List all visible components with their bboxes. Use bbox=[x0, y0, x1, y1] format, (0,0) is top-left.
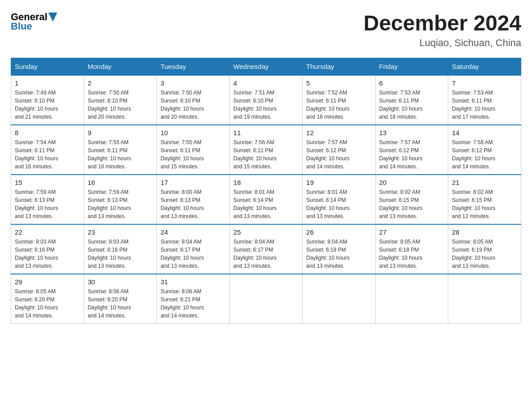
calendar-cell: 29 Sunrise: 8:05 AM Sunset: 6:20 PM Dayl… bbox=[11, 274, 84, 324]
week-row-3: 15 Sunrise: 7:59 AM Sunset: 6:13 PM Dayl… bbox=[11, 175, 521, 224]
calendar-cell: 5 Sunrise: 7:52 AM Sunset: 6:11 PM Dayli… bbox=[302, 75, 375, 125]
day-number: 26 bbox=[306, 228, 372, 236]
day-info: Sunrise: 7:53 AM Sunset: 6:11 PM Dayligh… bbox=[452, 89, 517, 121]
calendar-cell: 6 Sunrise: 7:53 AM Sunset: 6:11 PM Dayli… bbox=[375, 75, 448, 125]
day-info: Sunrise: 8:01 AM Sunset: 6:14 PM Dayligh… bbox=[306, 188, 372, 220]
day-info: Sunrise: 8:06 AM Sunset: 6:21 PM Dayligh… bbox=[160, 287, 226, 320]
calendar-cell bbox=[302, 274, 375, 324]
calendar-cell: 14 Sunrise: 7:58 AM Sunset: 6:12 PM Dayl… bbox=[448, 125, 521, 175]
calendar-subtitle: Luqiao, Sichuan, China bbox=[364, 37, 521, 49]
calendar-cell: 18 Sunrise: 8:01 AM Sunset: 6:14 PM Dayl… bbox=[230, 175, 303, 224]
column-header-tuesday: Tuesday bbox=[157, 58, 230, 76]
calendar-cell: 17 Sunrise: 8:00 AM Sunset: 6:13 PM Dayl… bbox=[157, 175, 230, 224]
day-info: Sunrise: 7:50 AM Sunset: 6:10 PM Dayligh… bbox=[88, 89, 153, 121]
calendar-cell: 1 Sunrise: 7:49 AM Sunset: 6:10 PM Dayli… bbox=[11, 75, 84, 125]
calendar-cell: 25 Sunrise: 8:04 AM Sunset: 6:17 PM Dayl… bbox=[230, 224, 303, 274]
day-info: Sunrise: 8:00 AM Sunset: 6:13 PM Dayligh… bbox=[160, 188, 226, 220]
day-info: Sunrise: 8:02 AM Sunset: 6:15 PM Dayligh… bbox=[379, 188, 445, 220]
calendar-cell bbox=[375, 274, 448, 324]
day-info: Sunrise: 7:57 AM Sunset: 6:12 PM Dayligh… bbox=[379, 138, 445, 171]
day-info: Sunrise: 7:54 AM Sunset: 6:11 PM Dayligh… bbox=[15, 138, 80, 171]
day-number: 15 bbox=[15, 179, 80, 186]
day-number: 21 bbox=[452, 179, 517, 186]
day-number: 12 bbox=[306, 129, 372, 137]
day-number: 25 bbox=[233, 228, 299, 236]
column-header-saturday: Saturday bbox=[448, 58, 521, 76]
day-info: Sunrise: 7:57 AM Sunset: 6:12 PM Dayligh… bbox=[306, 138, 372, 171]
day-number: 23 bbox=[88, 228, 153, 236]
column-header-sunday: Sunday bbox=[11, 58, 84, 76]
day-info: Sunrise: 8:04 AM Sunset: 6:17 PM Dayligh… bbox=[160, 238, 226, 270]
calendar-cell: 15 Sunrise: 7:59 AM Sunset: 6:13 PM Dayl… bbox=[11, 175, 84, 224]
calendar-cell: 2 Sunrise: 7:50 AM Sunset: 6:10 PM Dayli… bbox=[84, 75, 157, 125]
calendar-cell: 21 Sunrise: 8:02 AM Sunset: 6:15 PM Dayl… bbox=[448, 175, 521, 224]
calendar-cell: 11 Sunrise: 7:56 AM Sunset: 6:11 PM Dayl… bbox=[230, 125, 303, 175]
day-number: 6 bbox=[379, 79, 445, 87]
day-number: 13 bbox=[379, 129, 445, 137]
day-info: Sunrise: 8:01 AM Sunset: 6:14 PM Dayligh… bbox=[233, 188, 299, 220]
column-header-thursday: Thursday bbox=[302, 58, 375, 76]
calendar-cell: 31 Sunrise: 8:06 AM Sunset: 6:21 PM Dayl… bbox=[157, 274, 230, 324]
day-number: 5 bbox=[306, 79, 372, 87]
calendar-cell: 16 Sunrise: 7:59 AM Sunset: 6:13 PM Dayl… bbox=[84, 175, 157, 224]
calendar-cell: 28 Sunrise: 8:05 AM Sunset: 6:19 PM Dayl… bbox=[448, 224, 521, 274]
day-number: 31 bbox=[160, 278, 226, 286]
day-info: Sunrise: 7:50 AM Sunset: 6:10 PM Dayligh… bbox=[160, 89, 226, 121]
day-info: Sunrise: 7:51 AM Sunset: 6:10 PM Dayligh… bbox=[233, 89, 299, 121]
calendar-cell: 12 Sunrise: 7:57 AM Sunset: 6:12 PM Dayl… bbox=[302, 125, 375, 175]
day-info: Sunrise: 8:05 AM Sunset: 6:19 PM Dayligh… bbox=[452, 238, 517, 270]
column-header-friday: Friday bbox=[375, 58, 448, 76]
calendar-cell: 22 Sunrise: 8:03 AM Sunset: 6:16 PM Dayl… bbox=[11, 224, 84, 274]
week-row-2: 8 Sunrise: 7:54 AM Sunset: 6:11 PM Dayli… bbox=[11, 125, 521, 175]
day-info: Sunrise: 8:04 AM Sunset: 6:18 PM Dayligh… bbox=[306, 238, 372, 270]
day-info: Sunrise: 7:59 AM Sunset: 6:13 PM Dayligh… bbox=[88, 188, 153, 220]
day-info: Sunrise: 8:04 AM Sunset: 6:17 PM Dayligh… bbox=[233, 238, 299, 270]
day-number: 27 bbox=[379, 228, 445, 236]
logo-triangle-icon bbox=[48, 13, 57, 21]
day-number: 7 bbox=[452, 79, 517, 87]
day-number: 1 bbox=[15, 79, 80, 87]
day-number: 19 bbox=[306, 179, 372, 186]
calendar-cell: 13 Sunrise: 7:57 AM Sunset: 6:12 PM Dayl… bbox=[375, 125, 448, 175]
week-row-4: 22 Sunrise: 8:03 AM Sunset: 6:16 PM Dayl… bbox=[11, 224, 521, 274]
calendar-cell: 3 Sunrise: 7:50 AM Sunset: 6:10 PM Dayli… bbox=[157, 75, 230, 125]
day-number: 8 bbox=[15, 129, 80, 137]
day-number: 2 bbox=[88, 79, 153, 87]
day-number: 24 bbox=[160, 228, 226, 236]
day-info: Sunrise: 7:53 AM Sunset: 6:11 PM Dayligh… bbox=[379, 89, 445, 121]
day-number: 29 bbox=[15, 278, 80, 286]
calendar-cell: 9 Sunrise: 7:55 AM Sunset: 6:11 PM Dayli… bbox=[84, 125, 157, 175]
calendar-cell: 24 Sunrise: 8:04 AM Sunset: 6:17 PM Dayl… bbox=[157, 224, 230, 274]
day-info: Sunrise: 8:05 AM Sunset: 6:18 PM Dayligh… bbox=[379, 238, 445, 270]
day-info: Sunrise: 8:03 AM Sunset: 6:16 PM Dayligh… bbox=[88, 238, 153, 270]
calendar-cell bbox=[230, 274, 303, 324]
day-info: Sunrise: 7:58 AM Sunset: 6:12 PM Dayligh… bbox=[452, 138, 517, 171]
day-number: 14 bbox=[452, 129, 517, 137]
calendar-cell: 4 Sunrise: 7:51 AM Sunset: 6:10 PM Dayli… bbox=[230, 75, 303, 125]
day-info: Sunrise: 7:49 AM Sunset: 6:10 PM Dayligh… bbox=[15, 89, 80, 121]
day-info: Sunrise: 7:56 AM Sunset: 6:11 PM Dayligh… bbox=[233, 138, 299, 171]
day-info: Sunrise: 7:55 AM Sunset: 6:11 PM Dayligh… bbox=[160, 138, 226, 171]
logo-blue: Blue bbox=[11, 21, 32, 32]
day-number: 10 bbox=[160, 129, 226, 137]
day-info: Sunrise: 7:59 AM Sunset: 6:13 PM Dayligh… bbox=[15, 188, 80, 220]
day-number: 20 bbox=[379, 179, 445, 186]
calendar-cell: 23 Sunrise: 8:03 AM Sunset: 6:16 PM Dayl… bbox=[84, 224, 157, 274]
calendar-table: SundayMondayTuesdayWednesdayThursdayFrid… bbox=[11, 58, 521, 324]
logo: General Blue bbox=[11, 11, 57, 32]
day-info: Sunrise: 8:02 AM Sunset: 6:15 PM Dayligh… bbox=[452, 188, 517, 220]
day-number: 9 bbox=[88, 129, 153, 137]
day-info: Sunrise: 7:55 AM Sunset: 6:11 PM Dayligh… bbox=[88, 138, 153, 171]
calendar-cell: 7 Sunrise: 7:53 AM Sunset: 6:11 PM Dayli… bbox=[448, 75, 521, 125]
calendar-cell bbox=[448, 274, 521, 324]
calendar-cell: 30 Sunrise: 8:06 AM Sunset: 6:20 PM Dayl… bbox=[84, 274, 157, 324]
calendar-cell: 19 Sunrise: 8:01 AM Sunset: 6:14 PM Dayl… bbox=[302, 175, 375, 224]
calendar-title: December 2024 bbox=[364, 11, 521, 35]
day-number: 17 bbox=[160, 179, 226, 186]
day-info: Sunrise: 8:03 AM Sunset: 6:16 PM Dayligh… bbox=[15, 238, 80, 270]
calendar-header-row: SundayMondayTuesdayWednesdayThursdayFrid… bbox=[11, 58, 521, 76]
week-row-5: 29 Sunrise: 8:05 AM Sunset: 6:20 PM Dayl… bbox=[11, 274, 521, 324]
calendar-cell: 20 Sunrise: 8:02 AM Sunset: 6:15 PM Dayl… bbox=[375, 175, 448, 224]
day-number: 16 bbox=[88, 179, 153, 186]
day-number: 18 bbox=[233, 179, 299, 186]
